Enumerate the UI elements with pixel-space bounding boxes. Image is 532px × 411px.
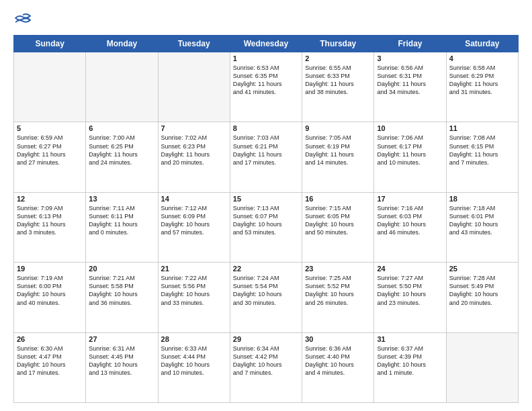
day-number: 8	[233, 124, 299, 132]
day-info: Sunrise: 6:56 AM Sunset: 6:31 PM Dayligh…	[377, 64, 443, 97]
day-number: 4	[449, 54, 515, 62]
day-number: 23	[305, 265, 371, 273]
calendar-cell: 31Sunrise: 6:37 AM Sunset: 4:39 PM Dayli…	[374, 332, 446, 402]
calendar-cell: 2Sunrise: 6:55 AM Sunset: 6:33 PM Daylig…	[302, 52, 374, 122]
day-info: Sunrise: 7:27 AM Sunset: 5:50 PM Dayligh…	[377, 274, 443, 307]
day-info: Sunrise: 6:53 AM Sunset: 6:35 PM Dayligh…	[233, 64, 299, 97]
calendar-week-1: 1Sunrise: 6:53 AM Sunset: 6:35 PM Daylig…	[14, 52, 519, 122]
day-header-sunday: Sunday	[14, 36, 86, 52]
day-number: 21	[161, 265, 227, 273]
calendar-cell	[14, 52, 86, 122]
day-info: Sunrise: 6:37 AM Sunset: 4:39 PM Dayligh…	[377, 345, 443, 377]
day-info: Sunrise: 6:55 AM Sunset: 6:33 PM Dayligh…	[305, 64, 371, 97]
calendar-cell	[158, 52, 230, 122]
day-info: Sunrise: 6:58 AM Sunset: 6:29 PM Dayligh…	[449, 64, 515, 97]
day-number: 24	[377, 265, 443, 273]
calendar-table: SundayMondayTuesdayWednesdayThursdayFrid…	[13, 35, 519, 403]
day-info: Sunrise: 7:15 AM Sunset: 6:05 PM Dayligh…	[305, 204, 371, 237]
days-of-week-row: SundayMondayTuesdayWednesdayThursdayFrid…	[14, 36, 519, 52]
calendar-cell: 29Sunrise: 6:34 AM Sunset: 4:42 PM Dayli…	[230, 332, 302, 402]
calendar-cell: 20Sunrise: 7:21 AM Sunset: 5:58 PM Dayli…	[86, 263, 158, 332]
day-info: Sunrise: 7:00 AM Sunset: 6:25 PM Dayligh…	[89, 134, 154, 167]
calendar-cell: 7Sunrise: 7:02 AM Sunset: 6:23 PM Daylig…	[158, 122, 230, 192]
calendar-cell: 14Sunrise: 7:12 AM Sunset: 6:09 PM Dayli…	[158, 192, 230, 262]
day-header-wednesday: Wednesday	[230, 36, 302, 52]
day-header-saturday: Saturday	[446, 36, 518, 52]
calendar-cell: 19Sunrise: 7:19 AM Sunset: 6:00 PM Dayli…	[14, 263, 86, 332]
day-info: Sunrise: 6:36 AM Sunset: 4:40 PM Dayligh…	[305, 345, 371, 377]
day-info: Sunrise: 6:59 AM Sunset: 6:27 PM Dayligh…	[17, 134, 83, 167]
calendar-cell: 13Sunrise: 7:11 AM Sunset: 6:11 PM Dayli…	[86, 192, 158, 262]
calendar-cell: 26Sunrise: 6:30 AM Sunset: 4:47 PM Dayli…	[14, 332, 86, 402]
day-info: Sunrise: 7:05 AM Sunset: 6:19 PM Dayligh…	[305, 134, 371, 167]
calendar-cell	[86, 52, 158, 122]
calendar-cell: 1Sunrise: 6:53 AM Sunset: 6:35 PM Daylig…	[230, 52, 302, 122]
day-number: 20	[89, 265, 154, 273]
day-number: 18	[449, 195, 515, 203]
day-number: 12	[17, 195, 83, 203]
day-info: Sunrise: 7:06 AM Sunset: 6:17 PM Dayligh…	[377, 134, 443, 167]
calendar-cell: 16Sunrise: 7:15 AM Sunset: 6:05 PM Dayli…	[302, 192, 374, 262]
calendar-cell: 21Sunrise: 7:22 AM Sunset: 5:56 PM Dayli…	[158, 263, 230, 332]
day-number: 7	[161, 124, 227, 132]
calendar-cell: 4Sunrise: 6:58 AM Sunset: 6:29 PM Daylig…	[446, 52, 518, 122]
calendar-page: SundayMondayTuesdayWednesdayThursdayFrid…	[0, 0, 532, 411]
day-info: Sunrise: 7:03 AM Sunset: 6:21 PM Dayligh…	[233, 134, 299, 167]
calendar-cell: 23Sunrise: 7:25 AM Sunset: 5:52 PM Dayli…	[302, 263, 374, 332]
calendar-cell: 28Sunrise: 6:33 AM Sunset: 4:44 PM Dayli…	[158, 332, 230, 402]
calendar-cell: 22Sunrise: 7:24 AM Sunset: 5:54 PM Dayli…	[230, 263, 302, 332]
day-info: Sunrise: 6:34 AM Sunset: 4:42 PM Dayligh…	[233, 345, 299, 377]
day-number: 9	[305, 124, 371, 132]
day-number: 31	[377, 335, 443, 343]
day-info: Sunrise: 7:09 AM Sunset: 6:13 PM Dayligh…	[17, 204, 83, 237]
calendar-cell: 25Sunrise: 7:28 AM Sunset: 5:49 PM Dayli…	[446, 263, 518, 332]
day-number: 28	[161, 335, 227, 343]
day-info: Sunrise: 7:24 AM Sunset: 5:54 PM Dayligh…	[233, 274, 299, 307]
calendar-cell	[446, 332, 518, 402]
day-number: 30	[305, 335, 371, 343]
calendar-cell: 10Sunrise: 7:06 AM Sunset: 6:17 PM Dayli…	[374, 122, 446, 192]
day-info: Sunrise: 7:19 AM Sunset: 6:00 PM Dayligh…	[17, 274, 83, 307]
day-info: Sunrise: 7:28 AM Sunset: 5:49 PM Dayligh…	[449, 274, 515, 307]
day-info: Sunrise: 7:25 AM Sunset: 5:52 PM Dayligh…	[305, 274, 371, 307]
day-header-friday: Friday	[374, 36, 446, 52]
day-number: 14	[161, 195, 227, 203]
calendar-week-3: 12Sunrise: 7:09 AM Sunset: 6:13 PM Dayli…	[14, 192, 519, 262]
day-info: Sunrise: 7:18 AM Sunset: 6:01 PM Dayligh…	[449, 204, 515, 237]
day-info: Sunrise: 7:12 AM Sunset: 6:09 PM Dayligh…	[161, 204, 227, 237]
calendar-cell: 12Sunrise: 7:09 AM Sunset: 6:13 PM Dayli…	[14, 192, 86, 262]
day-info: Sunrise: 7:11 AM Sunset: 6:11 PM Dayligh…	[89, 204, 154, 237]
logo-icon	[13, 11, 32, 30]
calendar-header: SundayMondayTuesdayWednesdayThursdayFrid…	[14, 36, 519, 52]
day-number: 16	[305, 195, 371, 203]
page-header	[13, 11, 519, 30]
calendar-cell: 30Sunrise: 6:36 AM Sunset: 4:40 PM Dayli…	[302, 332, 374, 402]
day-number: 15	[233, 195, 299, 203]
calendar-cell: 3Sunrise: 6:56 AM Sunset: 6:31 PM Daylig…	[374, 52, 446, 122]
day-info: Sunrise: 6:31 AM Sunset: 4:45 PM Dayligh…	[89, 345, 154, 377]
day-info: Sunrise: 7:02 AM Sunset: 6:23 PM Dayligh…	[161, 134, 227, 167]
day-info: Sunrise: 6:33 AM Sunset: 4:44 PM Dayligh…	[161, 345, 227, 377]
day-number: 25	[449, 265, 515, 273]
logo	[13, 11, 35, 30]
calendar-week-5: 26Sunrise: 6:30 AM Sunset: 4:47 PM Dayli…	[14, 332, 519, 402]
day-header-monday: Monday	[86, 36, 158, 52]
day-number: 26	[17, 335, 83, 343]
day-number: 13	[89, 195, 154, 203]
calendar-week-4: 19Sunrise: 7:19 AM Sunset: 6:00 PM Dayli…	[14, 263, 519, 332]
calendar-cell: 11Sunrise: 7:08 AM Sunset: 6:15 PM Dayli…	[446, 122, 518, 192]
day-number: 6	[89, 124, 154, 132]
calendar-cell: 24Sunrise: 7:27 AM Sunset: 5:50 PM Dayli…	[374, 263, 446, 332]
day-info: Sunrise: 7:13 AM Sunset: 6:07 PM Dayligh…	[233, 204, 299, 237]
day-number: 11	[449, 124, 515, 132]
day-number: 5	[17, 124, 83, 132]
day-number: 19	[17, 265, 83, 273]
calendar-cell: 27Sunrise: 6:31 AM Sunset: 4:45 PM Dayli…	[86, 332, 158, 402]
day-info: Sunrise: 7:21 AM Sunset: 5:58 PM Dayligh…	[89, 274, 154, 307]
day-number: 27	[89, 335, 154, 343]
calendar-cell: 6Sunrise: 7:00 AM Sunset: 6:25 PM Daylig…	[86, 122, 158, 192]
calendar-cell: 17Sunrise: 7:16 AM Sunset: 6:03 PM Dayli…	[374, 192, 446, 262]
calendar-cell: 9Sunrise: 7:05 AM Sunset: 6:19 PM Daylig…	[302, 122, 374, 192]
day-number: 2	[305, 54, 371, 62]
calendar-cell: 5Sunrise: 6:59 AM Sunset: 6:27 PM Daylig…	[14, 122, 86, 192]
